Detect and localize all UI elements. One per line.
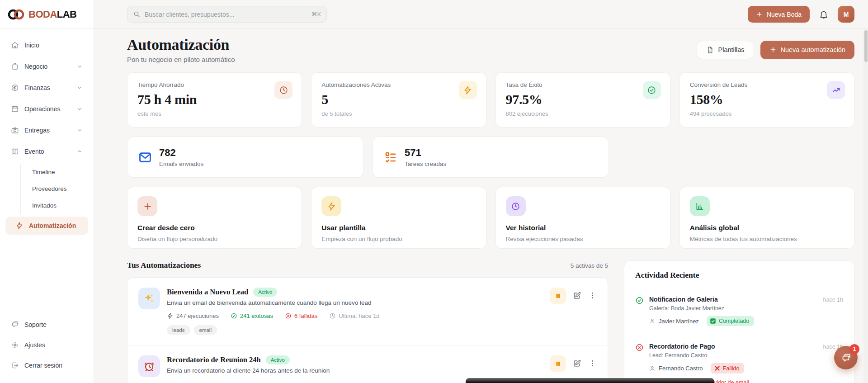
action-card-crear-desde-cero[interactable]: Crear desde cero Diseña un flujo persona…	[127, 187, 302, 249]
action-title: Análisis global	[690, 224, 844, 232]
person-icon	[649, 365, 656, 372]
page-subtitle: Pon tu negocio en piloto automático	[127, 56, 235, 63]
new-automation-button[interactable]: Nueva automatización	[760, 41, 854, 59]
sidebar-item-finanzas[interactable]: Finanzas	[5, 79, 88, 97]
chat-unread-badge: 1	[849, 344, 859, 354]
edit-button[interactable]	[573, 355, 581, 371]
automation-description: Envia un recordatorio al cliente 24 hora…	[167, 367, 330, 374]
activity-header: Actividad Reciente	[624, 261, 854, 287]
stat-card-conversion-de-leads: Conversión de Leads 158% 494 procesados	[679, 72, 854, 128]
stats-grid: Tiempo Ahorrado 75 h 4 min este mes Auto…	[127, 72, 854, 128]
activity-time: hace 1h	[823, 297, 843, 303]
activity-item-pago: Recordatorio de Pago hace 1h Lead: Ferna…	[624, 334, 854, 383]
activity-item-title: Notificacion de Galeria	[649, 296, 718, 303]
main-area: ⌘K Nueva Boda M Automatización Pon tu ne…	[94, 0, 868, 383]
gear-icon	[11, 341, 19, 349]
action-card-usar-plantilla[interactable]: Usar plantilla Empieza con un flujo prob…	[311, 187, 486, 249]
counter-value: 571	[405, 147, 446, 159]
more-options-button[interactable]	[588, 288, 597, 303]
stat-value: 97.5%	[506, 92, 660, 107]
sidebar: BODALAB Inicio Negocio Finanzas Operacio…	[0, 0, 94, 383]
stat-label: Tasa de Éxito	[506, 81, 660, 88]
stat-label: Tiempo Ahorrado	[137, 81, 292, 88]
scrollbar-thumb[interactable]	[864, 30, 868, 62]
sidebar-item-automatizacion[interactable]: Automatización	[5, 217, 88, 235]
brand-logo[interactable]: BODALAB	[0, 0, 94, 29]
sidebar-item-proveedores[interactable]: Proveedores	[21, 180, 88, 197]
stat-value: 5	[321, 92, 476, 107]
mail-icon	[138, 151, 152, 164]
page-title: Automatización	[127, 36, 235, 53]
completed-label: Completado	[719, 318, 749, 324]
sidebar-item-timeline[interactable]: Timeline	[21, 164, 88, 180]
lightning-icon	[321, 196, 341, 216]
automation-actions	[550, 355, 597, 377]
sidebar-item-invitados[interactable]: Invitados	[21, 197, 88, 214]
action-card-ver-historial[interactable]: Ver historial Revisa ejecuciones pasadas	[495, 187, 670, 249]
sidebar-item-ajustes[interactable]: Ajustes	[5, 336, 88, 354]
sidebar-item-evento[interactable]: Evento	[5, 142, 88, 161]
stat-sub: 802 ejecuciones	[506, 110, 660, 117]
sidebar-item-label: Finanzas	[24, 84, 50, 91]
action-subtitle: Revisa ejecuciones pasadas	[506, 236, 660, 242]
more-options-button[interactable]	[588, 355, 597, 371]
plus-icon	[769, 46, 777, 53]
chat-bubbles-icon	[840, 352, 851, 363]
logout-icon	[11, 361, 19, 369]
sidebar-nav: Inicio Negocio Finanzas Operaciones Entr…	[0, 29, 94, 238]
sidebar-item-label: Cerrar sesión	[24, 362, 62, 369]
scrollbar-track[interactable]	[863, 29, 868, 383]
chevron-up-icon	[76, 148, 83, 155]
euro-icon	[11, 84, 19, 92]
sidebar-item-soporte[interactable]: Soporte	[5, 316, 88, 334]
sidebar-item-label: Entregas	[24, 127, 50, 134]
action-subtitle: Métricas de todas tus automatizaciones	[690, 236, 844, 242]
counter-label: Emails enviados	[159, 161, 203, 167]
task-list-icon	[384, 151, 397, 164]
search-box[interactable]: ⌘K	[127, 6, 327, 23]
notifications-button[interactable]	[819, 9, 829, 19]
activity-title-row: Notificacion de Galeria hace 1h	[649, 296, 843, 303]
avatar[interactable]: M	[838, 6, 854, 23]
page-header: Automatización Pon tu negocio en piloto …	[127, 36, 854, 63]
action-title: Crear desde cero	[137, 224, 292, 232]
pause-button[interactable]	[550, 355, 566, 372]
plus-icon	[137, 196, 157, 216]
stat-sub: este mes	[137, 110, 292, 117]
check-square-icon	[710, 318, 716, 324]
sidebar-item-entregas[interactable]: Entregas	[5, 121, 88, 139]
sidebar-evento-subnav: Timeline Proveedores Invitados	[20, 164, 88, 214]
action-card-analisis-global[interactable]: Análisis global Métricas de todas tus au…	[679, 187, 854, 249]
pause-button[interactable]	[550, 288, 566, 304]
activity-item-title: Recordatorio de Pago	[649, 343, 715, 350]
counter-card-emails: 782 Emails enviados	[127, 137, 363, 178]
new-wedding-button[interactable]: Nueva Boda	[748, 6, 810, 23]
stat-sub: de 5 totales	[321, 110, 476, 117]
stat-card-tiempo-ahorrado: Tiempo Ahorrado 75 h 4 min este mes	[127, 72, 302, 128]
sidebar-item-inicio[interactable]: Inicio	[5, 36, 88, 54]
completed-badge: Completado	[707, 316, 754, 326]
sidebar-item-label: Operaciones	[24, 105, 60, 113]
bodalab-rings-icon	[8, 9, 24, 20]
chat-fab-button[interactable]: 1	[834, 346, 858, 369]
counter-value: 782	[159, 147, 203, 159]
chevron-down-icon	[76, 106, 83, 112]
check-circle-icon	[643, 81, 661, 99]
edit-button[interactable]	[573, 288, 581, 303]
successful-stat: 241 exitosas	[231, 312, 273, 319]
sidebar-item-operaciones[interactable]: Operaciones	[5, 100, 88, 118]
brand-name-secondary: LAB	[57, 9, 77, 20]
activity-detail: Lead: Fernando Castro	[649, 352, 843, 359]
action-subtitle: Diseña un flujo personalizado	[137, 236, 292, 242]
search-icon	[133, 10, 141, 18]
sidebar-item-cerrar-sesion[interactable]: Cerrar sesión	[5, 356, 88, 374]
templates-button[interactable]: Plantillas	[697, 41, 754, 59]
status-badge: Activo	[266, 355, 290, 364]
bar-chart-icon	[690, 196, 710, 216]
sidebar-item-negocio[interactable]: Negocio	[5, 57, 88, 76]
sidebar-item-label: Automatización	[29, 222, 76, 229]
lightning-icon	[15, 222, 24, 230]
pause-icon	[554, 292, 562, 300]
templates-label: Plantillas	[718, 46, 744, 53]
search-input[interactable]	[145, 11, 307, 18]
